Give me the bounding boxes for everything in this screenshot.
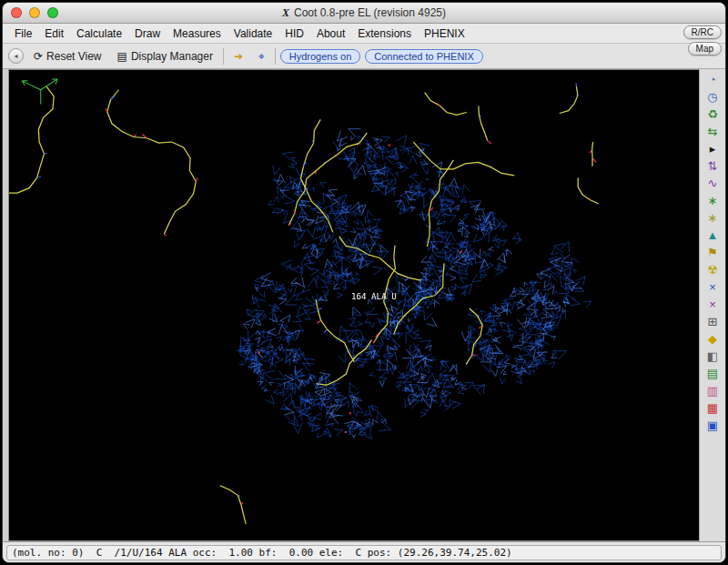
recycle-icon[interactable]: ♻ [703, 106, 722, 122]
display-manager-button[interactable]: ▤ Display Manager [112, 48, 218, 65]
minimize-button[interactable] [29, 7, 40, 18]
eraser-icon[interactable]: ▥ [703, 383, 722, 399]
close-button[interactable] [11, 7, 22, 18]
go-to-atom-icon: ➔ [234, 50, 243, 63]
clock-icon[interactable]: ◷ [703, 89, 722, 105]
toolbar-separator [275, 48, 276, 65]
rotamer-icon[interactable]: ∗ [703, 193, 722, 208]
viewport-canvas[interactable] [9, 70, 699, 540]
menu-validate[interactable]: Validate [228, 25, 278, 42]
diamond-icon[interactable]: ◆ [703, 331, 722, 347]
menu-calculate[interactable]: Calculate [70, 25, 128, 42]
reset-view-button[interactable]: ⟳ Reset View [28, 48, 107, 65]
menu-measures[interactable]: Measures [167, 25, 228, 42]
statusbar: (mol. no: 0) C /1/U/164 ALA occ: 1.00 bf… [3, 541, 725, 562]
go-to-atom-button[interactable]: ➔ [228, 48, 248, 65]
refine-arrows-icon[interactable]: ⇆ [703, 124, 722, 139]
menu-edit[interactable]: Edit [38, 25, 70, 42]
status-text: (mol. no: 0) C /1/U/164 ALA occ: 1.00 bf… [6, 545, 722, 560]
map-button[interactable]: Map [688, 42, 722, 55]
hydrogens-toggle-button[interactable]: Hydrogens on [280, 49, 361, 64]
cis-trans-icon[interactable]: × [703, 279, 722, 295]
toolbar: ◂ ⟳ Reset View ▤ Display Manager ➔ ⌖ Hyd… [3, 44, 725, 69]
mutate-icon[interactable]: ∗ [703, 210, 722, 226]
flag-icon[interactable]: ⚑ [703, 245, 722, 260]
traffic-lights [11, 7, 58, 18]
menu-phenix[interactable]: PHENIX [418, 25, 471, 42]
sequence-view-button[interactable]: ⌖ [253, 48, 270, 65]
checklist-icon[interactable]: ▤ [703, 366, 722, 381]
zoom-button[interactable] [47, 7, 58, 18]
delete-icon[interactable]: ◧ [703, 348, 722, 364]
toolbar-separator [223, 48, 224, 65]
phenix-connection-badge[interactable]: Connected to PHENIX [365, 49, 482, 64]
expand-icon[interactable]: ▸ [703, 141, 722, 156]
menu-file[interactable]: File [8, 25, 38, 42]
reset-view-label: Reset View [46, 50, 101, 63]
sequence-view-icon: ⌖ [258, 50, 265, 63]
window-title: Coot 0.8-pre EL (revision 4925) [294, 6, 446, 19]
orientation-sphere-icon[interactable]: ◔ [703, 72, 722, 87]
corner-buttons: R/RC Map [683, 25, 722, 55]
color-map-icon[interactable]: ▦ [703, 400, 722, 416]
rrc-button[interactable]: R/RC [683, 25, 722, 39]
toolbar-collapse-button[interactable]: ◂ [8, 48, 24, 64]
flip-icon[interactable]: × [703, 297, 722, 312]
density-fit-icon[interactable]: ▲ [703, 227, 722, 243]
menu-hid[interactable]: HID [278, 25, 310, 42]
menu-draw[interactable]: Draw [128, 25, 167, 42]
x11-icon: X [282, 6, 289, 20]
ribbon-icon[interactable]: ∿ [703, 176, 722, 191]
coot-window: X Coot 0.8-pre EL (revision 4925) FileEd… [2, 2, 726, 563]
display-manager-label: Display Manager [131, 50, 213, 63]
add-atom-icon[interactable]: ⊞ [703, 314, 722, 329]
display-manager-icon: ▤ [117, 50, 127, 63]
rotate-translate-icon[interactable]: ⇅ [703, 158, 722, 174]
radiation-icon[interactable]: ☢ [703, 262, 722, 277]
menu-extensions[interactable]: Extensions [351, 25, 418, 42]
model-toolbar: ◔◷♻⇆▸⇅∿∗∗▲⚑☢××⊞◆◧▤▥▦▣ [699, 69, 725, 541]
graphics-viewport[interactable] [8, 69, 699, 541]
map-panel-icon[interactable]: ▣ [703, 418, 722, 433]
menu-about[interactable]: About [310, 25, 351, 42]
reset-view-icon: ⟳ [34, 50, 43, 63]
menubar: FileEditCalculateDrawMeasuresValidateHID… [3, 24, 725, 44]
titlebar[interactable]: X Coot 0.8-pre EL (revision 4925) [3, 3, 725, 24]
main-content: ◔◷♻⇆▸⇅∿∗∗▲⚑☢××⊞◆◧▤▥▦▣ [3, 69, 725, 541]
